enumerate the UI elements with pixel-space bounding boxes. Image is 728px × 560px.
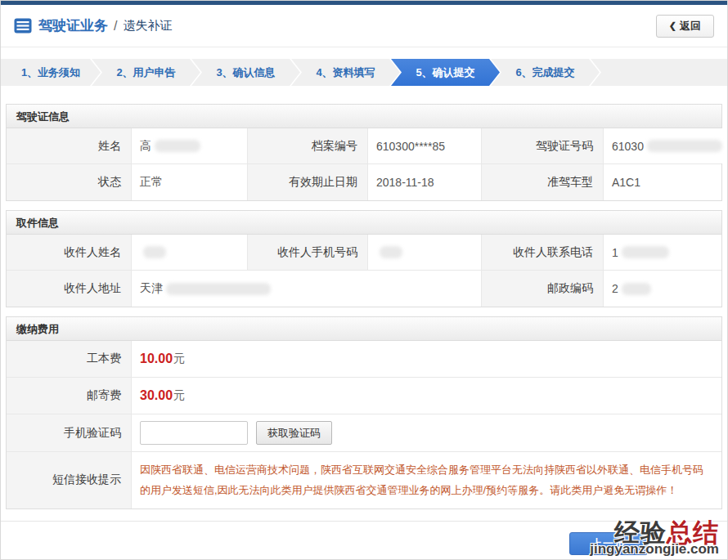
section-title-fees: 缴纳费用 bbox=[7, 317, 721, 341]
label-recipient-address: 收件人地址 bbox=[7, 271, 131, 307]
table-row: 收件人地址 天津 邮政编码 2 bbox=[7, 271, 721, 307]
redaction-blur bbox=[647, 140, 722, 152]
label-expiry-date: 有效期止日期 bbox=[248, 164, 367, 200]
table-row: 邮寄费 30.00 元 bbox=[7, 378, 721, 414]
step-3-confirm-info: 3、确认信息 bbox=[191, 59, 300, 86]
sms-code-cell: 获取验证码 bbox=[131, 414, 721, 451]
redaction-blur bbox=[380, 246, 402, 258]
production-fee-amount: 10.00 bbox=[140, 352, 173, 366]
section-pickup-info: 取件信息 收件人姓名 收件人手机号码 收件人联系电话 1 收件人地址 天津 bbox=[6, 210, 722, 307]
label-mailing-fee: 邮寄费 bbox=[7, 378, 131, 414]
label-sms-notice: 短信接收提示 bbox=[7, 452, 131, 508]
back-button[interactable]: ❮ 返回 bbox=[656, 15, 714, 38]
redaction-blur bbox=[166, 283, 271, 295]
step-wizard: 1、业务须知 2、用户申告 3、确认信息 4、资料填写 5、确认提交 6、完成提… bbox=[1, 59, 727, 86]
value-status: 正常 bbox=[131, 164, 248, 200]
step-6-complete-submit: 6、完成提交 bbox=[491, 59, 600, 86]
list-icon bbox=[14, 18, 32, 34]
page-subtitle: 遗失补证 bbox=[123, 18, 172, 34]
label-name: 姓名 bbox=[7, 128, 131, 164]
label-file-number: 档案编号 bbox=[248, 128, 367, 164]
section-fees: 缴纳费用 工本费 10.00 元 邮寄费 30.00 元 手机验证码 获取验证码… bbox=[6, 316, 722, 509]
value-production-fee: 10.00 元 bbox=[131, 341, 721, 377]
chevron-left-icon: ❮ bbox=[669, 20, 676, 31]
label-recipient-phone: 收件人联系电话 bbox=[482, 235, 603, 270]
table-row: 姓名 高 档案编号 610300****85 驾驶证号码 61030 bbox=[7, 128, 721, 164]
page: 驾驶证业务 / 遗失补证 ❮ 返回 1、业务须知 2、用户申告 3、确认信息 4… bbox=[0, 0, 728, 560]
value-recipient-address: 天津 bbox=[131, 271, 482, 307]
value-vehicle-type: A1C1 bbox=[603, 164, 721, 200]
redaction-blur bbox=[155, 140, 200, 152]
value-expiry-date: 2018-11-18 bbox=[367, 164, 482, 200]
previous-step-button[interactable]: 上一步 bbox=[569, 532, 648, 555]
label-status: 状态 bbox=[7, 164, 131, 200]
table-row: 收件人姓名 收件人手机号码 收件人联系电话 1 bbox=[7, 235, 721, 271]
step-2-user-declaration: 2、用户申告 bbox=[92, 59, 200, 86]
sms-notice-cell: 因陕西省联通、电信运营商技术问题，陕西省互联网交通安全综合服务管理平台无法向持陕… bbox=[131, 452, 721, 508]
header: 驾驶证业务 / 遗失补证 ❮ 返回 bbox=[1, 5, 727, 47]
sms-notice-text: 因陕西省联通、电信运营商技术问题，陕西省互联网交通安全综合服务管理平台无法向持陕… bbox=[140, 464, 703, 496]
redaction-blur bbox=[143, 246, 166, 258]
value-name: 高 bbox=[131, 128, 248, 164]
label-recipient-mobile: 收件人手机号码 bbox=[248, 235, 367, 270]
production-fee-unit: 元 bbox=[173, 352, 185, 366]
value-recipient-phone: 1 bbox=[603, 235, 721, 270]
label-license-number: 驾驶证号码 bbox=[482, 128, 603, 164]
mailing-fee-amount: 30.00 bbox=[140, 388, 173, 403]
label-production-fee: 工本费 bbox=[7, 341, 131, 377]
back-button-label: 返回 bbox=[680, 19, 701, 34]
value-recipient-mobile bbox=[367, 235, 482, 270]
redaction-blur bbox=[622, 246, 669, 258]
step-5-confirm-submit-active: 5、确认提交 bbox=[391, 59, 500, 86]
value-recipient-name bbox=[131, 235, 248, 270]
value-postal-code: 2 bbox=[603, 271, 721, 307]
table-row: 工本费 10.00 元 bbox=[7, 341, 721, 378]
label-sms-code: 手机验证码 bbox=[7, 414, 131, 451]
value-file-number: 610300****85 bbox=[367, 128, 482, 164]
table-row: 状态 正常 有效期止日期 2018-11-18 准驾车型 A1C1 bbox=[7, 164, 721, 200]
value-mailing-fee: 30.00 元 bbox=[131, 378, 721, 414]
sms-code-input[interactable] bbox=[140, 421, 248, 445]
table-row: 手机验证码 获取验证码 bbox=[7, 414, 721, 452]
label-recipient-name: 收件人姓名 bbox=[7, 235, 131, 270]
step-4-fill-materials: 4、资料填写 bbox=[291, 59, 400, 86]
footer: 上一步 bbox=[1, 521, 727, 555]
step-1-business-notice: 1、业务须知 bbox=[1, 59, 101, 86]
section-license-info: 驾驶证信息 姓名 高 档案编号 610300****85 驾驶证号码 61030… bbox=[6, 104, 722, 201]
value-license-number: 61030 bbox=[603, 128, 722, 164]
label-vehicle-type: 准驾车型 bbox=[482, 164, 603, 200]
table-row: 短信接收提示 因陕西省联通、电信运营商技术问题，陕西省互联网交通安全综合服务管理… bbox=[7, 452, 721, 508]
section-title-license: 驾驶证信息 bbox=[7, 105, 721, 128]
page-title: 驾驶证业务 bbox=[38, 16, 108, 35]
label-postal-code: 邮政编码 bbox=[482, 271, 603, 307]
mailing-fee-unit: 元 bbox=[173, 388, 185, 403]
step-bar-filler bbox=[591, 59, 727, 86]
get-code-button[interactable]: 获取验证码 bbox=[256, 421, 332, 445]
title-divider: / bbox=[114, 19, 117, 34]
section-title-pickup: 取件信息 bbox=[7, 211, 721, 235]
redaction-blur bbox=[622, 283, 651, 295]
